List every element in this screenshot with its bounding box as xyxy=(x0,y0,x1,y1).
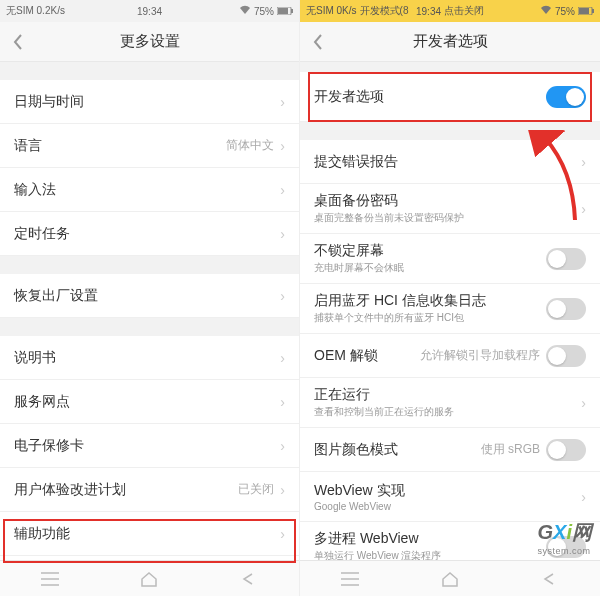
row-label: 桌面备份密码 xyxy=(314,192,464,210)
row-label: 用户体验改进计划 xyxy=(14,481,126,499)
battery-icon xyxy=(277,6,293,17)
svg-rect-2 xyxy=(278,8,288,14)
row-label: 开发者选项 xyxy=(314,88,384,106)
row-value: 使用 sRGB xyxy=(481,441,540,458)
status-hint: 点击关闭 xyxy=(444,4,484,18)
row-label: 提交错误报告 xyxy=(314,153,398,171)
nav-home-button[interactable] xyxy=(436,565,464,593)
chevron-right-icon: › xyxy=(581,154,586,170)
nav-home-button[interactable] xyxy=(135,565,163,593)
row-datetime[interactable]: 日期与时间 › xyxy=(0,80,299,124)
row-accessibility[interactable]: 辅助功能 › xyxy=(0,512,299,556)
svg-rect-1 xyxy=(291,9,293,13)
row-label: WebView 实现 xyxy=(314,482,405,500)
row-webview[interactable]: WebView 实现 Google WebView › xyxy=(300,472,600,522)
row-color-mode[interactable]: 图片颜色模式 使用 sRGB xyxy=(300,428,600,472)
chevron-right-icon: › xyxy=(280,94,285,110)
row-label: 启用蓝牙 HCI 信息收集日志 xyxy=(314,292,486,310)
row-ux-plan[interactable]: 用户体验改进计划 已关闭› xyxy=(0,468,299,512)
status-battery: 75% xyxy=(555,6,575,17)
row-dev-toggle[interactable]: 开发者选项 xyxy=(300,72,600,122)
row-label: 电子保修卡 xyxy=(14,437,84,455)
row-label: 辅助功能 xyxy=(14,525,70,543)
toggle-multi-webview[interactable] xyxy=(546,536,586,558)
row-ime[interactable]: 输入法 › xyxy=(0,168,299,212)
row-label: 不锁定屏幕 xyxy=(314,242,404,260)
status-battery: 75% xyxy=(254,6,274,17)
row-label: 图片颜色模式 xyxy=(314,441,398,459)
chevron-right-icon: › xyxy=(280,288,285,304)
row-sub: 桌面完整备份当前未设置密码保护 xyxy=(314,211,464,225)
chevron-right-icon: › xyxy=(280,394,285,410)
row-sub: 充电时屏幕不会休眠 xyxy=(314,261,404,275)
row-label: 恢复出厂设置 xyxy=(14,287,98,305)
battery-icon xyxy=(578,6,594,17)
nav-bar xyxy=(300,560,600,596)
status-sim: 无SIM 0.2K/s xyxy=(6,4,65,18)
chevron-right-icon: › xyxy=(581,201,586,217)
chevron-right-icon: › xyxy=(280,526,285,542)
row-value: 允许解锁引导加载程序 xyxy=(420,347,540,364)
page-title: 更多设置 xyxy=(120,32,180,51)
row-label: 输入法 xyxy=(14,181,56,199)
row-language[interactable]: 语言 简体中文› xyxy=(0,124,299,168)
svg-rect-4 xyxy=(592,9,594,13)
status-dev-mode: 开发模式(8 xyxy=(360,4,409,18)
nav-menu-button[interactable] xyxy=(336,565,364,593)
nav-back-button[interactable] xyxy=(536,565,564,593)
toggle-dev-options[interactable] xyxy=(546,86,586,108)
nav-menu-button[interactable] xyxy=(36,565,64,593)
status-sim: 无SIM 0K/s xyxy=(306,4,357,18)
phone-left: 无SIM 0.2K/s 19:34 75% 更多设置 日期与时间 › xyxy=(0,0,300,596)
row-oem-unlock[interactable]: OEM 解锁 允许解锁引导加载程序 xyxy=(300,334,600,378)
chevron-right-icon: › xyxy=(280,350,285,366)
chevron-right-icon: › xyxy=(280,182,285,198)
toggle-stay-awake[interactable] xyxy=(546,248,586,270)
row-label: 多进程 WebView xyxy=(314,530,441,548)
toggle-bt-hci[interactable] xyxy=(546,298,586,320)
row-factory-reset[interactable]: 恢复出厂设置 › xyxy=(0,274,299,318)
page-title: 开发者选项 xyxy=(413,32,488,51)
row-service[interactable]: 服务网点 › xyxy=(0,380,299,424)
chevron-right-icon: › xyxy=(280,482,285,498)
wifi-icon xyxy=(239,5,251,17)
header-right: 开发者选项 xyxy=(300,22,600,62)
row-manual[interactable]: 说明书 › xyxy=(0,336,299,380)
row-label: 日期与时间 xyxy=(14,93,84,111)
row-label: 定时任务 xyxy=(14,225,70,243)
row-label: OEM 解锁 xyxy=(314,347,378,365)
row-sub: Google WebView xyxy=(314,501,405,512)
row-scheduled[interactable]: 定时任务 › xyxy=(0,212,299,256)
row-bt-hci[interactable]: 启用蓝牙 HCI 信息收集日志 捕获单个文件中的所有蓝牙 HCI包 xyxy=(300,284,600,334)
chevron-right-icon: › xyxy=(581,489,586,505)
svg-rect-5 xyxy=(579,8,589,14)
row-label: 说明书 xyxy=(14,349,56,367)
status-time: 19:34 xyxy=(137,6,162,17)
back-button[interactable] xyxy=(308,32,328,52)
row-label: 服务网点 xyxy=(14,393,70,411)
status-bar-left: 无SIM 0.2K/s 19:34 75% xyxy=(0,0,299,22)
row-stay-awake[interactable]: 不锁定屏幕 充电时屏幕不会休眠 xyxy=(300,234,600,284)
status-bar-right: 无SIM 0K/s 开发模式(8 19:34 点击关闭 75% xyxy=(300,0,600,22)
back-button[interactable] xyxy=(8,32,28,52)
toggle-oem-unlock[interactable] xyxy=(546,345,586,367)
row-sub: 捕获单个文件中的所有蓝牙 HCI包 xyxy=(314,311,486,325)
row-label: 正在运行 xyxy=(314,386,454,404)
row-bugreport[interactable]: 提交错误报告 › xyxy=(300,140,600,184)
row-sub: 查看和控制当前正在运行的服务 xyxy=(314,405,454,419)
row-label: 语言 xyxy=(14,137,42,155)
nav-bar xyxy=(0,560,299,596)
row-warranty[interactable]: 电子保修卡 › xyxy=(0,424,299,468)
content-left: 日期与时间 › 语言 简体中文› 输入法 › 定时任务 › 恢复出厂设置 › xyxy=(0,62,299,596)
wifi-icon xyxy=(540,5,552,17)
content-right: 开发者选项 提交错误报告 › 桌面备份密码 桌面完整备份当前未设置密码保护 › … xyxy=(300,62,600,596)
row-running[interactable]: 正在运行 查看和控制当前正在运行的服务 › xyxy=(300,378,600,428)
chevron-right-icon: › xyxy=(280,438,285,454)
chevron-right-icon: › xyxy=(280,226,285,242)
header-left: 更多设置 xyxy=(0,22,299,62)
nav-back-button[interactable] xyxy=(235,565,263,593)
chevron-right-icon: › xyxy=(581,395,586,411)
phone-right: 无SIM 0K/s 开发模式(8 19:34 点击关闭 75% 开发者选项 开发… xyxy=(300,0,600,596)
row-backup-password[interactable]: 桌面备份密码 桌面完整备份当前未设置密码保护 › xyxy=(300,184,600,234)
toggle-color-mode[interactable] xyxy=(546,439,586,461)
